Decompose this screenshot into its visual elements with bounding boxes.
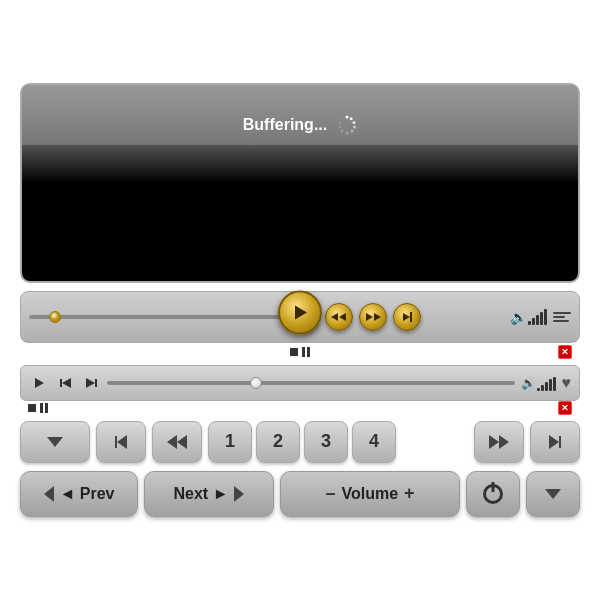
skip-to-end-button[interactable] — [393, 303, 421, 331]
arrow-down-button[interactable] — [20, 421, 90, 463]
num-btn-1[interactable]: 1 — [208, 421, 252, 463]
mini-skip-fwd-icon — [86, 378, 97, 388]
chevron-down-icon — [47, 437, 63, 447]
player-container: Buffering... — [20, 83, 580, 517]
stop-pause-controls — [290, 347, 310, 357]
progress-thumb[interactable] — [49, 311, 61, 323]
svg-point-6 — [341, 129, 344, 132]
mini-bar-end — [95, 379, 97, 387]
volume-plus-icon[interactable]: + — [404, 483, 415, 504]
secondary-section: 🔊 ♥ ✕ — [20, 365, 580, 413]
power-button[interactable] — [466, 471, 520, 517]
secondary-volume[interactable]: 🔊 — [521, 375, 556, 391]
tri-right — [403, 313, 410, 321]
dropdown-button[interactable] — [526, 471, 580, 517]
main-controls-bar: 🔊 — [20, 291, 580, 343]
fast-forward-icon — [365, 313, 381, 321]
secondary-bar: 🔊 ♥ — [20, 365, 580, 401]
s-vol-4 — [549, 379, 552, 391]
video-screen: Buffering... — [20, 83, 580, 283]
next-button[interactable]: Next ► — [144, 471, 274, 517]
favorite-button[interactable]: ♥ — [562, 374, 572, 392]
svg-point-1 — [350, 117, 353, 120]
ff2 — [499, 435, 509, 449]
mini-play-button[interactable] — [29, 373, 49, 393]
num-btn-2[interactable]: 2 — [256, 421, 300, 463]
mute-badge[interactable]: ✕ — [558, 345, 572, 359]
bar-line-end — [410, 312, 412, 322]
fast-forward-button[interactable] — [359, 303, 387, 331]
mini-tri-right — [86, 378, 95, 388]
skip-fwd-icon — [402, 312, 412, 322]
stop-button[interactable] — [290, 348, 298, 356]
svg-point-4 — [351, 129, 354, 132]
play-icon — [295, 305, 307, 319]
row-tri-left — [117, 435, 127, 449]
buffering-text: Buffering... — [243, 116, 327, 134]
s-vol-1 — [537, 388, 540, 391]
mini-skip-rev-icon — [60, 378, 71, 388]
s-vol-2 — [541, 385, 544, 391]
svg-point-2 — [353, 121, 356, 124]
row-bar-end — [559, 436, 561, 448]
svg-point-9 — [342, 117, 345, 120]
power-icon — [483, 484, 503, 504]
volume-label: Volume — [341, 485, 398, 503]
row-ff-icon — [489, 435, 509, 449]
mini-skip-start-button[interactable] — [55, 373, 75, 393]
secondary-stop-pause — [28, 403, 48, 413]
svg-point-3 — [353, 125, 356, 128]
next-chevron-icon — [234, 486, 244, 502]
dropdown-chevron-icon — [545, 489, 561, 499]
progress-bar[interactable] — [29, 315, 285, 319]
secondary-volume-icon: 🔊 — [521, 376, 536, 390]
pause-bar-1 — [302, 347, 305, 357]
row-skip-start-button[interactable] — [96, 421, 146, 463]
stop-pause-row: ✕ — [20, 347, 580, 357]
equalizer-button[interactable] — [553, 312, 571, 322]
pause-button[interactable] — [302, 347, 310, 357]
secondary-vol-bars — [537, 375, 556, 391]
secondary-stop-row: ✕ — [20, 403, 580, 413]
prev-button[interactable]: ◄ Prev — [20, 471, 138, 517]
tri-left-2 — [339, 313, 346, 321]
s-vol-5 — [553, 377, 556, 391]
volume-button[interactable]: – Volume + — [280, 471, 460, 517]
s-pause-1 — [40, 403, 43, 413]
spinner-icon — [337, 115, 357, 135]
pause-bar-2 — [307, 347, 310, 357]
volume-minus-icon[interactable]: – — [325, 483, 335, 504]
tri-right-2 — [374, 313, 381, 321]
next-label: Next ► — [174, 485, 229, 503]
progress-area[interactable] — [29, 315, 285, 319]
rewind-button[interactable] — [325, 303, 353, 331]
svg-point-7 — [338, 125, 341, 128]
secondary-progress-bar[interactable] — [107, 381, 515, 385]
s-pause-2 — [45, 403, 48, 413]
row-fastforward-button[interactable] — [474, 421, 524, 463]
ff1 — [489, 435, 499, 449]
vol-bar-4 — [540, 312, 543, 325]
row-rewind-button[interactable] — [152, 421, 202, 463]
num-btn-3[interactable]: 3 — [304, 421, 348, 463]
secondary-pause-button[interactable] — [40, 403, 48, 413]
volume-speaker-icon: 🔊 — [510, 309, 527, 325]
row-skip-fwd-icon — [549, 435, 561, 449]
play-button[interactable] — [278, 290, 322, 334]
mute-icon: ✕ — [558, 345, 572, 359]
secondary-mute-icon: ✕ — [558, 401, 572, 415]
volume-control[interactable]: 🔊 — [510, 309, 547, 325]
row-tri-right — [549, 435, 559, 449]
mini-skip-end-button[interactable] — [81, 373, 101, 393]
secondary-mute-badge[interactable]: ✕ — [558, 401, 572, 415]
s-vol-3 — [545, 382, 548, 391]
main-controls-section: 🔊 — [20, 291, 580, 357]
row-skip-end-button[interactable] — [530, 421, 580, 463]
vol-bar-5 — [544, 309, 547, 325]
secondary-stop-button[interactable] — [28, 404, 36, 412]
num-btn-4[interactable]: 4 — [352, 421, 396, 463]
number-buttons: 1 2 3 4 — [208, 421, 468, 463]
bottom-row: ◄ Prev Next ► – Volume + — [20, 471, 580, 517]
secondary-progress-thumb[interactable] — [250, 377, 262, 389]
rewind-icon — [331, 313, 347, 321]
